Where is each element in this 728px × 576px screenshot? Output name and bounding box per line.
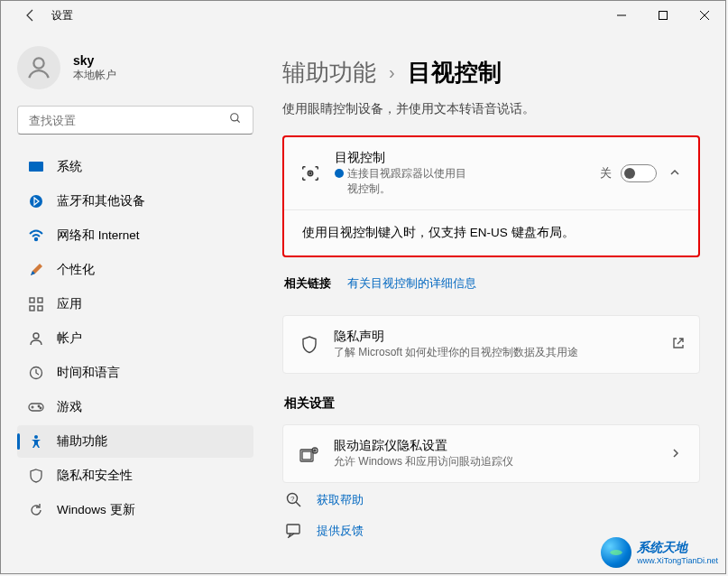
- sidebar-item-label: 时间和语言: [57, 365, 120, 381]
- get-help-label: 获取帮助: [317, 492, 364, 508]
- search-icon: [229, 112, 242, 128]
- related-links-row: 相关链接 有关目视控制的详细信息: [282, 275, 700, 292]
- person-icon: [28, 330, 44, 347]
- close-button[interactable]: [684, 1, 725, 30]
- svg-rect-13: [38, 306, 42, 311]
- page-description: 使用眼睛控制设备，并使用文本转语音说话。: [282, 101, 700, 117]
- svg-point-21: [34, 435, 38, 439]
- profile-account-type: 本地帐户: [73, 68, 116, 83]
- titlebar: 设置: [1, 1, 725, 30]
- profile-name: sky: [73, 53, 116, 68]
- svg-point-8: [30, 195, 42, 208]
- minimize-button[interactable]: [601, 1, 642, 30]
- profile-section[interactable]: sky 本地帐户: [17, 39, 272, 106]
- svg-rect-10: [30, 298, 34, 302]
- search-input[interactable]: [29, 114, 229, 127]
- svg-rect-12: [30, 306, 34, 311]
- shield-icon: [28, 468, 44, 484]
- related-settings-heading: 相关设置: [284, 395, 700, 412]
- nav-list: 系统 蓝牙和其他设备 网络和 Internet 个性化 应用: [17, 151, 272, 526]
- svg-text:?: ?: [290, 495, 295, 503]
- sidebar-item-personalize[interactable]: 个性化: [17, 254, 253, 286]
- svg-point-19: [38, 405, 40, 407]
- sidebar-item-network[interactable]: 网络和 Internet: [17, 219, 253, 252]
- external-link-icon: [672, 337, 685, 353]
- eye-tracker-subtitle: 允许 Windows 和应用访问眼动追踪仪: [334, 454, 658, 469]
- eye-control-subtitle: 连接目视跟踪器以使用目视控制。: [347, 166, 474, 197]
- svg-rect-7: [29, 162, 43, 172]
- feedback-label: 提供反馈: [317, 523, 364, 539]
- related-links-label: 相关链接: [284, 275, 331, 292]
- get-help-link[interactable]: ? 获取帮助: [284, 485, 698, 516]
- wifi-icon: [28, 228, 44, 244]
- window-title: 设置: [51, 8, 73, 23]
- svg-point-9: [35, 238, 38, 241]
- system-icon: [28, 159, 44, 175]
- eye-tracker-privacy-card[interactable]: 眼动追踪仪隐私设置 允许 Windows 和应用访问眼动追踪仪: [282, 424, 700, 483]
- breadcrumb: 辅助功能 › 目视控制: [282, 57, 700, 88]
- eye-control-note: 使用目视控制键入时，仅支持 EN-US 键盘布局。: [284, 209, 698, 255]
- svg-rect-31: [287, 525, 299, 534]
- sidebar-item-time[interactable]: 时间和语言: [17, 357, 253, 389]
- eye-tracker-title: 眼动追踪仪隐私设置: [334, 438, 658, 454]
- shield-icon: [298, 336, 321, 354]
- svg-point-14: [33, 333, 39, 339]
- toggle-state-label: 关: [600, 165, 612, 181]
- sidebar-item-label: Windows 更新: [57, 502, 135, 518]
- sidebar-item-accessibility[interactable]: 辅助功能: [17, 425, 253, 458]
- eye-control-toggle[interactable]: [621, 164, 657, 182]
- sidebar-item-apps[interactable]: 应用: [17, 288, 253, 321]
- sidebar-item-label: 个性化: [57, 262, 95, 278]
- eye-control-details-link[interactable]: 有关目视控制的详细信息: [347, 275, 476, 292]
- clock-globe-icon: [28, 365, 44, 381]
- eye-control-icon: [299, 163, 322, 183]
- privacy-title: 隐私声明: [334, 329, 659, 345]
- watermark-url: www.XiTongTianDi.net: [637, 556, 718, 565]
- sidebar-item-system[interactable]: 系统: [17, 151, 253, 183]
- sidebar-item-label: 隐私和安全性: [57, 468, 133, 484]
- search-box[interactable]: [17, 106, 253, 135]
- svg-line-6: [237, 120, 240, 123]
- eye-control-highlight: 目视控制 连接目视跟踪器以使用目视控制。 关 使用目视控制键入时，仅支持 EN-…: [282, 135, 700, 257]
- sidebar-item-bluetooth[interactable]: 蓝牙和其他设备: [17, 185, 253, 218]
- main-content: 辅助功能 › 目视控制 使用眼睛控制设备，并使用文本转语音说话。 目视控制 连接…: [272, 30, 725, 573]
- sidebar-item-accounts[interactable]: 帐户: [17, 322, 253, 355]
- info-icon: [335, 169, 344, 178]
- back-button[interactable]: [19, 5, 41, 26]
- sidebar-item-label: 应用: [57, 296, 82, 312]
- breadcrumb-parent[interactable]: 辅助功能: [282, 57, 376, 88]
- privacy-statement-card[interactable]: 隐私声明 了解 Microsoft 如何处理你的目视控制数据及其用途: [282, 315, 700, 374]
- apps-icon: [28, 296, 44, 312]
- eye-control-title: 目视控制: [335, 150, 587, 166]
- maximize-button[interactable]: [642, 1, 684, 30]
- sidebar-item-label: 网络和 Internet: [57, 228, 140, 244]
- sidebar-item-label: 辅助功能: [57, 433, 107, 450]
- svg-line-29: [296, 502, 300, 506]
- page-title: 目视控制: [408, 57, 502, 88]
- svg-rect-11: [38, 298, 42, 302]
- chevron-right-icon: ›: [389, 62, 395, 83]
- svg-rect-25: [302, 451, 311, 460]
- bluetooth-icon: [28, 193, 44, 209]
- svg-point-5: [231, 114, 238, 121]
- svg-point-23: [309, 172, 311, 174]
- sidebar-item-label: 帐户: [57, 330, 82, 347]
- update-icon: [28, 502, 44, 518]
- svg-rect-1: [659, 12, 668, 20]
- chevron-up-icon[interactable]: [669, 165, 684, 181]
- sidebar-item-privacy[interactable]: 隐私和安全性: [17, 460, 253, 492]
- sidebar: sky 本地帐户 系统 蓝牙和其他设备: [1, 30, 272, 573]
- svg-point-4: [33, 58, 43, 68]
- globe-icon: [601, 537, 631, 568]
- sidebar-item-update[interactable]: Windows 更新: [17, 494, 253, 526]
- sidebar-item-label: 系统: [57, 159, 82, 175]
- help-icon: ?: [284, 492, 304, 508]
- eye-control-card[interactable]: 目视控制 连接目视跟踪器以使用目视控制。 关: [284, 137, 698, 209]
- chevron-right-icon: [670, 446, 685, 462]
- gamepad-icon: [28, 399, 44, 415]
- sidebar-item-label: 蓝牙和其他设备: [57, 193, 145, 209]
- avatar: [17, 46, 60, 89]
- feedback-icon: [284, 524, 304, 538]
- accessibility-icon: [28, 433, 44, 450]
- sidebar-item-gaming[interactable]: 游戏: [17, 391, 253, 423]
